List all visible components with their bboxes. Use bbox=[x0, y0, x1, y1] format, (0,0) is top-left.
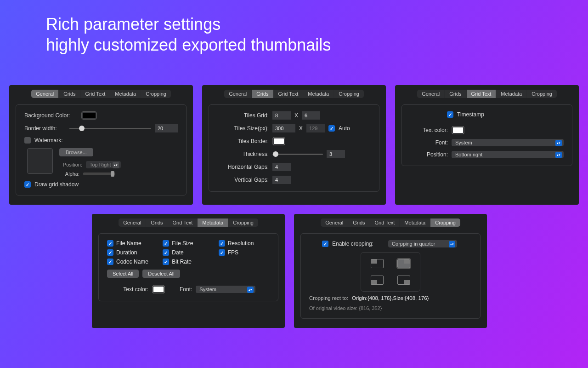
tab-metadata[interactable]: Metadata bbox=[303, 90, 334, 98]
tab-general[interactable]: General bbox=[31, 90, 59, 98]
watermark-thumbnail[interactable] bbox=[27, 148, 53, 174]
tabs-metadata: General Grids Grid Text Metadata Croppin… bbox=[119, 218, 258, 227]
tab-cropping[interactable]: Cropping bbox=[334, 90, 364, 98]
tiles-grid-y[interactable] bbox=[302, 111, 320, 120]
crop-quarter-picker bbox=[361, 252, 420, 292]
crop-bottom-left[interactable] bbox=[371, 276, 384, 285]
tab-cropping[interactable]: Cropping bbox=[141, 90, 171, 98]
tab-grids[interactable]: Grids bbox=[59, 90, 80, 98]
panel-cropping: General Grids Grid Text Metadata Croppin… bbox=[294, 214, 487, 328]
chk-filesize[interactable] bbox=[163, 240, 169, 247]
chk-duration[interactable] bbox=[107, 249, 113, 256]
gt-position-select[interactable]: Bottom right ▴▾ bbox=[452, 151, 564, 158]
tabs-cropping: General Grids Grid Text Metadata Croppin… bbox=[321, 218, 460, 227]
watermark-checkbox[interactable] bbox=[24, 137, 31, 144]
enable-cropping-checkbox[interactable] bbox=[322, 241, 328, 247]
gt-position-value: Bottom right bbox=[455, 152, 482, 157]
thickness-value[interactable] bbox=[327, 150, 345, 158]
x-separator: X bbox=[294, 112, 298, 119]
tab-general[interactable]: General bbox=[321, 218, 348, 227]
bg-color-well[interactable] bbox=[81, 111, 97, 120]
border-width-value[interactable] bbox=[155, 124, 178, 132]
cropping-group: Enable cropping: Corpping in quarter ▴▾ … bbox=[300, 233, 481, 319]
tab-grids[interactable]: Grids bbox=[348, 218, 370, 227]
tiles-grid-x[interactable] bbox=[272, 111, 291, 120]
tabs-gridtext: General Grids Grid Text Metadata Croppin… bbox=[417, 90, 557, 98]
bg-color-label: Background Color: bbox=[24, 112, 78, 119]
tab-general[interactable]: General bbox=[224, 90, 252, 98]
crop-top-right[interactable] bbox=[397, 259, 410, 268]
gt-textcolor-well[interactable] bbox=[452, 126, 464, 134]
md-textcolor-well[interactable] bbox=[152, 285, 165, 293]
lbl-fps: FPS bbox=[228, 249, 238, 256]
crop-bottom-right[interactable] bbox=[397, 276, 410, 285]
general-group: Background Color: Border width: Watermar… bbox=[16, 104, 187, 196]
timestamp-checkbox[interactable] bbox=[447, 111, 453, 118]
tab-general[interactable]: General bbox=[119, 218, 146, 227]
panel-grids: General Grids Grid Text Metadata Croppin… bbox=[202, 85, 386, 205]
panel-metadata: General Grids Grid Text Metadata Croppin… bbox=[92, 214, 285, 328]
grid-shadow-checkbox[interactable] bbox=[24, 181, 31, 188]
tab-grid-text[interactable]: Grid Text bbox=[81, 90, 111, 98]
rect-label: Cropping rect to: bbox=[309, 295, 348, 301]
chevron-updown-icon: ▴▾ bbox=[555, 152, 562, 158]
x-separator: X bbox=[299, 125, 303, 132]
tab-grids[interactable]: Grids bbox=[445, 90, 466, 98]
chevron-updown-icon: ▴▾ bbox=[247, 287, 254, 293]
chevron-updown-icon: ▴▾ bbox=[449, 241, 455, 247]
gt-font-select[interactable]: System ▴▾ bbox=[452, 139, 564, 146]
select-all-button[interactable]: Select All bbox=[107, 270, 139, 278]
panel-general: General Grids Grid Text Metadata Croppin… bbox=[9, 85, 193, 205]
deselect-all-button[interactable]: Deselect All bbox=[142, 270, 180, 278]
chk-filename[interactable] bbox=[107, 240, 113, 247]
wm-position-select[interactable]: Top Right ▴▾ bbox=[86, 161, 121, 168]
tiles-size-w[interactable] bbox=[272, 124, 295, 132]
tab-cropping[interactable]: Cropping bbox=[430, 218, 460, 227]
lbl-filename: File Name bbox=[116, 240, 141, 247]
tab-general[interactable]: General bbox=[417, 90, 445, 98]
tiles-border-color[interactable] bbox=[272, 137, 285, 145]
cropping-mode-value: Corpping in quarter bbox=[392, 241, 435, 247]
md-font-label: Font: bbox=[180, 286, 192, 293]
md-font-select[interactable]: System ▴▾ bbox=[196, 286, 255, 293]
cropping-mode-select[interactable]: Corpping in quarter ▴▾ bbox=[388, 240, 457, 247]
alpha-slider[interactable] bbox=[83, 172, 115, 175]
tab-metadata[interactable]: Metadata bbox=[198, 218, 228, 227]
chk-fps[interactable] bbox=[219, 249, 225, 256]
lbl-resolution: Resolution bbox=[228, 240, 254, 247]
original-size-label: Of original video size: {816, 352} bbox=[309, 305, 382, 311]
tab-grids[interactable]: Grids bbox=[146, 218, 168, 227]
crop-top-left[interactable] bbox=[371, 259, 384, 268]
tab-grid-text[interactable]: Grid Text bbox=[168, 218, 198, 227]
lbl-date: Date bbox=[172, 249, 183, 256]
browse-button[interactable]: Browse... bbox=[59, 148, 93, 156]
vgap-value[interactable] bbox=[272, 176, 291, 184]
chk-bitrate[interactable] bbox=[163, 259, 169, 265]
tabs-general: General Grids Grid Text Metadata Croppin… bbox=[31, 90, 171, 98]
thickness-label: Thickness: bbox=[217, 151, 269, 157]
border-width-slider[interactable] bbox=[69, 125, 151, 132]
tiles-size-h[interactable] bbox=[306, 124, 325, 132]
watermark-label: Watermark: bbox=[34, 137, 63, 144]
chevron-updown-icon: ▴▾ bbox=[113, 162, 119, 168]
border-width-label: Border width: bbox=[24, 125, 66, 132]
tab-grid-text[interactable]: Grid Text bbox=[467, 90, 497, 98]
tab-cropping[interactable]: Cropping bbox=[228, 218, 258, 227]
hgap-value[interactable] bbox=[272, 163, 291, 171]
thickness-slider[interactable] bbox=[272, 150, 323, 158]
tab-grid-text[interactable]: Grid Text bbox=[370, 218, 400, 227]
tab-metadata[interactable]: Metadata bbox=[110, 90, 141, 98]
tab-metadata[interactable]: Metadata bbox=[400, 218, 430, 227]
gt-position-label: Position: bbox=[410, 151, 448, 158]
enable-cropping-label: Enable cropping: bbox=[332, 241, 373, 247]
chk-codec[interactable] bbox=[107, 259, 113, 265]
chk-date[interactable] bbox=[163, 249, 169, 256]
auto-checkbox[interactable] bbox=[328, 125, 335, 132]
tab-grid-text[interactable]: Grid Text bbox=[274, 90, 304, 98]
tab-cropping[interactable]: Cropping bbox=[527, 90, 557, 98]
vgap-label: Vertical Gaps: bbox=[217, 177, 269, 183]
tab-metadata[interactable]: Metadata bbox=[496, 90, 527, 98]
tab-grids[interactable]: Grids bbox=[252, 90, 273, 98]
panel-grid-text: General Grids Grid Text Metadata Croppin… bbox=[395, 85, 579, 205]
chk-resolution[interactable] bbox=[219, 240, 225, 247]
